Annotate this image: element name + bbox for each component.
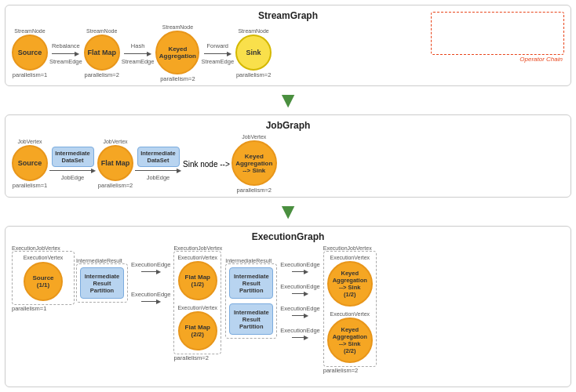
jg-edge1-wrap: IntermediateDataSet ▶ JobEdge <box>49 147 96 181</box>
operator-chain-label: Operator Chain <box>519 56 563 63</box>
exec-right-ev2-label: ExecutionVertex <box>330 311 370 317</box>
jg-flatmap-parallelism: parallelism=2 <box>98 182 133 189</box>
exec-arrow5: ▶ <box>292 312 308 319</box>
sg-sink-node: Sink <box>235 34 272 71</box>
sg-source-parallelism: parallelism=1 <box>13 71 47 78</box>
exec-edges-left: ExecutionEdge ▶ ExecutionEdge ▶ <box>131 261 170 305</box>
arrow-down-2: ▼ <box>5 201 571 223</box>
exec-mid-ir-label: IntermediateResult <box>225 258 272 263</box>
exec-flatmap1-node: Flat Map(1/2) <box>178 261 217 300</box>
exec-left-ev-label: ExecutionVertex <box>24 255 64 260</box>
sg-edge2-wrap: Hash ▶ StreamEdge <box>122 42 155 65</box>
exec-arrow1-head: ▶ <box>156 268 161 275</box>
exec-left-group: ExecutionJobVertex ExecutionVertex Sourc… <box>12 245 128 312</box>
exec-mid-partition2: IntermediateResultPartition <box>229 303 273 335</box>
exec-left-parallelism: parallelism=1 <box>12 305 46 312</box>
sg-source-wrap: StreamNode Source parallelism=1 <box>12 28 48 78</box>
jg-arrow2: ▶ <box>135 167 181 174</box>
jg-dataset1: IntermediateDataSet <box>52 147 94 167</box>
exec-mid-ev2-label: ExecutionVertex <box>177 305 217 310</box>
sg-edge2-label: Hash <box>131 42 145 49</box>
sg-sink-type: StreamNode <box>238 28 268 34</box>
exec-edge2-label: ExecutionEdge <box>131 291 170 298</box>
exec-edge5-label: ExecutionEdge <box>280 305 319 312</box>
exec-arrow3-head: ▶ <box>304 268 308 275</box>
job-graph-row: JobVertex Source parallelism=1 Intermedi… <box>12 134 564 194</box>
sg-source-type: StreamNode <box>14 28 45 34</box>
sg-edge3-wrap: Forward ▶ StreamEdge <box>201 42 234 65</box>
exec-edges-right: ExecutionEdge ▶ ExecutionEdge ▶ Executio… <box>280 261 319 341</box>
exec-arrow2-head: ▶ <box>156 298 161 305</box>
exec-mid-dashed: ExecutionVertex Flat Map(1/2) ExecutionV… <box>173 251 221 354</box>
sg-edge3-label: Forward <box>207 42 229 49</box>
sg-arrow2: ▶ <box>124 50 151 57</box>
exec-arrow3: ▶ <box>292 268 308 275</box>
sg-arrow1: ▶ <box>52 50 79 57</box>
jg-arrow1-head: ▶ <box>91 167 96 174</box>
exec-left-dashed: ExecutionVertex Source(1/1) <box>12 251 75 305</box>
exec-source-node: Source(1/1) <box>24 262 63 301</box>
jg-edge1-type: JobEdge <box>61 174 85 181</box>
sg-flatmap-parallelism: parallelism=2 <box>85 71 119 78</box>
sg-sink-wrap: StreamNode Sink parallelism=2 <box>235 28 272 78</box>
sg-keyed-node: KeyedAggregation <box>155 31 199 74</box>
exec-arrow5-head: ▶ <box>304 312 308 319</box>
exec-arrow6-head: ▶ <box>304 334 308 341</box>
jg-flatmap-node: Flat Map <box>97 145 133 181</box>
sg-keyed-wrap: StreamNode KeyedAggregation parallelism=… <box>155 24 199 82</box>
exec-mid-result: IntermediateResult IntermediateResultPar… <box>225 258 277 339</box>
exec-flatmap2-node: Flat Map(2/2) <box>178 311 217 350</box>
exec-mid-ir-dashed: IntermediateResultPartition Intermediate… <box>225 263 277 339</box>
jg-keyed-node: Keyed Aggregation--> Sink <box>231 140 277 186</box>
sg-arrow1-head: ▶ <box>75 50 79 57</box>
sg-edge1-label: Rebalance <box>52 42 80 49</box>
jg-source-type: JobVertex <box>17 139 42 144</box>
exec-mid-parallelism: parallelism=2 <box>173 354 208 361</box>
sg-keyed-type: StreamNode <box>162 24 193 30</box>
sg-edge1-type: StreamEdge <box>49 58 82 65</box>
sg-keyed-parallelism: parallelism=2 <box>160 75 195 82</box>
sg-arrow3-head: ▶ <box>227 50 231 57</box>
exec-mid-ev1-label: ExecutionVertex <box>177 255 217 260</box>
job-graph-title: JobGraph <box>12 120 564 131</box>
jg-source-node: Source <box>12 145 48 181</box>
exec-edge3-label: ExecutionEdge <box>280 261 319 268</box>
exec-graph-title: ExecutionGraph <box>12 231 564 242</box>
stream-graph-row: StreamNode Source parallelism=1 Rebalanc… <box>12 24 564 82</box>
exec-arrow4-head: ▶ <box>304 290 308 297</box>
exec-arrow4: ▶ <box>292 290 308 297</box>
exec-left-ir-dashed: IntermediateResultPartition <box>76 263 128 303</box>
jg-source-wrap: JobVertex Source parallelism=1 <box>12 139 48 189</box>
exec-mid-group: ExecutionJobVertex ExecutionVertex Flat … <box>173 245 222 361</box>
arrow-down-1: ▼ <box>5 89 571 111</box>
exec-mid-partition1: IntermediateResultPartition <box>229 267 273 299</box>
sg-arrow2-head: ▶ <box>147 50 151 57</box>
exec-right-dashed: ExecutionVertex KeyedAggregation--> Sink… <box>323 251 377 367</box>
exec-left-ir-label: IntermediateResult <box>76 258 122 263</box>
sg-edge1-wrap: Rebalance ▶ StreamEdge <box>49 42 82 65</box>
exec-right-ev1-label: ExecutionVertex <box>330 255 370 260</box>
exec-arrow2: ▶ <box>141 298 161 305</box>
sg-flatmap-wrap: StreamNode Flat Map parallelism=2 <box>84 28 120 78</box>
exec-edge4-label: ExecutionEdge <box>280 283 319 290</box>
jg-source-parallelism: parallelism=1 <box>13 182 47 189</box>
exec-right-parallelism: parallelism=2 <box>323 367 358 374</box>
sg-flatmap-node: Flat Map <box>84 34 120 71</box>
exec-graph-section: ExecutionGraph ExecutionJobVertex Execut… <box>5 226 571 387</box>
exec-keyed1-node: KeyedAggregation--> Sink(1/2) <box>327 261 373 307</box>
jg-arrow2-head: ▶ <box>177 167 181 174</box>
jg-flatmap-wrap: JobVertex Flat Map parallelism=2 <box>97 139 133 189</box>
jg-arrow1: ▶ <box>49 167 96 174</box>
jg-flatmap-type: JobVertex <box>103 139 127 144</box>
exec-edge1-label: ExecutionEdge <box>131 261 170 268</box>
jg-keyed-type: JobVertex <box>242 134 266 140</box>
jg-edge2-wrap: IntermediateDataSet ▶ JobEdge <box>135 147 181 181</box>
exec-arrow6: ▶ <box>292 334 308 341</box>
exec-mid-outer-label: ExecutionJobVertex <box>173 245 222 251</box>
exec-right-outer-label: ExecutionJobVertex <box>323 245 372 251</box>
jg-dataset2: IntermediateDataSet <box>137 147 180 167</box>
jg-keyed-parallelism: parallelism=2 <box>237 187 272 194</box>
exec-edge6-label: ExecutionEdge <box>280 327 319 334</box>
exec-left-partition: IntermediateResultPartition <box>80 267 124 299</box>
sg-source-node: Source <box>12 34 48 71</box>
